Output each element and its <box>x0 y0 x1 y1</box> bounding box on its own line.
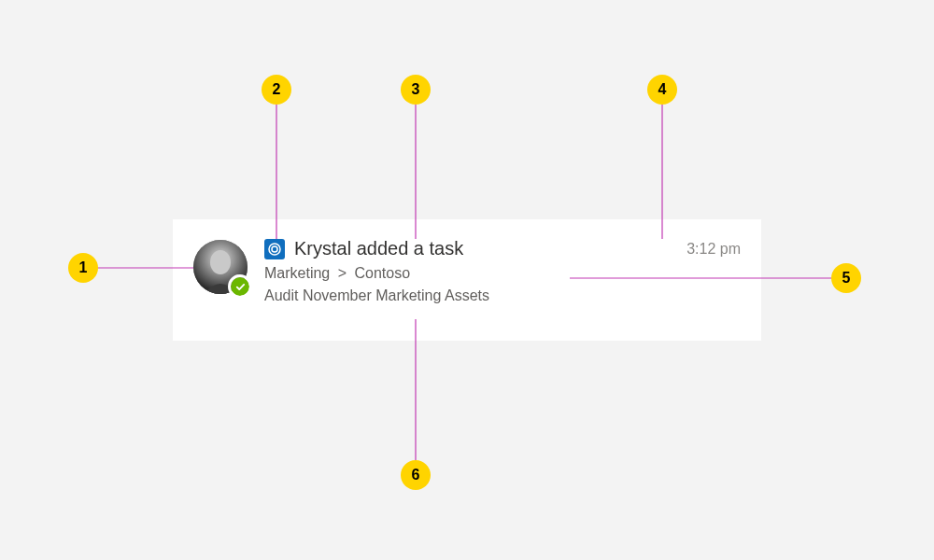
notification-header-line: Krystal added a task 3:12 pm <box>264 238 741 259</box>
callout-4: 4 <box>647 75 677 105</box>
svg-point-9 <box>272 246 277 252</box>
notification-title: Krystal added a task <box>294 238 677 259</box>
notification-body: Krystal added a task 3:12 pm Marketing >… <box>264 238 741 326</box>
avatar <box>193 240 248 294</box>
notification-preview: Audit November Marketing Assets <box>264 287 741 304</box>
callout-5: 5 <box>831 263 861 293</box>
callout-2: 2 <box>262 75 291 105</box>
presence-available-icon <box>231 277 249 296</box>
context-primary: Marketing <box>264 265 330 281</box>
svg-point-7 <box>210 250 231 274</box>
callout-6: 6 <box>401 460 431 490</box>
chevron-right-icon: > <box>338 265 347 281</box>
callout-1: 1 <box>68 253 98 283</box>
callout-3: 3 <box>401 75 431 105</box>
activity-feed-item[interactable]: Krystal added a task 3:12 pm Marketing >… <box>173 219 761 341</box>
notification-context: Marketing > Contoso <box>264 265 741 282</box>
context-secondary: Contoso <box>355 265 411 281</box>
diagram-canvas: 1 2 3 4 5 6 <box>0 0 934 560</box>
notification-timestamp: 3:12 pm <box>686 241 741 258</box>
app-icon <box>264 239 285 259</box>
svg-point-8 <box>269 244 280 255</box>
